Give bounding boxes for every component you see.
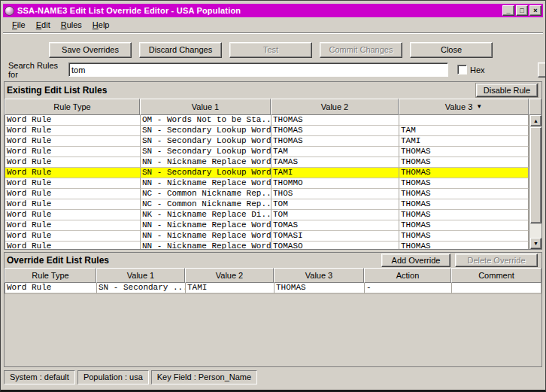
menu-file[interactable]: File: [7, 19, 31, 32]
cell-value2: TOMASI: [271, 231, 399, 242]
existing-rules-header: Existing Edit List Rules Disable Rule: [5, 82, 541, 99]
table-row[interactable]: Word Rule NN - Nickname Replace Word TOM…: [5, 231, 529, 242]
search-input[interactable]: [68, 62, 448, 77]
cell-rule-type: Word Rule: [5, 231, 141, 242]
override-rules-rowlist: Word Rule SN - Secondary ... TAMI THOMAS…: [5, 283, 541, 293]
cell-rule-type: Word Rule: [5, 136, 141, 147]
app-icon: [5, 6, 14, 16]
column-header-value1[interactable]: Value 1: [140, 99, 271, 115]
cell-rule-type: Word Rule: [5, 126, 141, 136]
column-header-value2[interactable]: Value 2: [271, 99, 399, 115]
cell-value1: NK - Nickname Replace Di...: [141, 210, 271, 220]
cell-rule-type: Word Rule: [5, 168, 141, 178]
cell-action: -: [365, 283, 452, 293]
scrollbar-thumb[interactable]: [530, 127, 541, 223]
table-row[interactable]: Word Rule NN - Nickname Replace Word TOM…: [5, 242, 529, 249]
cell-value2: TAMAS: [271, 157, 399, 168]
cell-value3: THOMAS: [399, 242, 529, 249]
disable-rule-button[interactable]: Disable Rule: [476, 84, 538, 97]
vertical-scrollbar[interactable]: ▲ ▼: [529, 115, 541, 249]
discard-changes-button[interactable]: Discard Changes: [139, 42, 222, 58]
ov-column-header-rule-type[interactable]: Rule Type: [5, 268, 96, 283]
cell-value3: THOMAS: [399, 157, 529, 168]
add-override-button[interactable]: Add Override: [381, 254, 450, 267]
minimize-button[interactable]: _: [502, 5, 514, 16]
table-row[interactable]: Word Rule NK - Nickname Replace Di... TO…: [5, 210, 529, 220]
menu-help[interactable]: Help: [87, 19, 115, 32]
table-row[interactable]: Word Rule SN - Secondary Lookup Word THO…: [5, 136, 529, 147]
close-button[interactable]: ×: [529, 5, 541, 16]
table-row[interactable]: Word Rule NN - Nickname Replace Word THO…: [5, 178, 529, 189]
cell-value3: THOMAS: [399, 210, 529, 220]
column-header-rule-type[interactable]: Rule Type: [5, 99, 140, 115]
cell-value2: TAM: [271, 147, 399, 157]
existing-rules-rowlist: Word Rule OM - Words Not to be Sta... TH…: [5, 115, 529, 249]
scroll-down-icon[interactable]: ▼: [530, 238, 541, 249]
cell-value3: TAMI: [399, 136, 529, 147]
cell-rule-type: Word Rule: [5, 199, 141, 210]
cell-value1: SN - Secondary Lookup Word: [141, 136, 271, 147]
cell-value3: THOMAS: [399, 147, 529, 157]
existing-rules-table: Word Rule OM - Words Not to be Sta... TH…: [5, 115, 541, 249]
column-header-value3[interactable]: Value 3 ▼: [399, 99, 529, 115]
table-row[interactable]: Word Rule NN - Nickname Replace Word TOM…: [5, 220, 529, 231]
column-header-filler: [529, 99, 541, 115]
existing-rules-title: Existing Edit List Rules: [7, 85, 475, 96]
cell-value2: THOMAS: [271, 136, 399, 147]
ov-column-header-value1[interactable]: Value 1: [96, 268, 185, 283]
table-row[interactable]: Word Rule SN - Secondary Lookup Word TAM…: [5, 168, 529, 178]
delete-override-button[interactable]: Delete Override: [455, 254, 538, 267]
cell-value1: SN - Secondary Lookup Word: [141, 126, 271, 136]
cell-rule-type: Word Rule: [5, 178, 141, 189]
close-editor-button[interactable]: Close: [410, 42, 493, 58]
hex-checkbox[interactable]: [457, 65, 467, 74]
scroll-up-icon[interactable]: ▲: [530, 115, 541, 126]
menubar: File Edit Rules Help: [2, 17, 544, 32]
cell-value3: THOMAS: [399, 168, 529, 178]
cell-value3: THOMAS: [399, 189, 529, 199]
ov-column-header-action[interactable]: Action: [364, 268, 451, 283]
table-row[interactable]: Word Rule NC - Common Nickname Rep... TH…: [5, 189, 529, 199]
test-button[interactable]: Test: [229, 42, 312, 58]
cell-value2: THOMAS: [271, 126, 399, 136]
cell-value2: THOS: [271, 189, 399, 199]
menu-rules[interactable]: Rules: [56, 19, 87, 32]
cell-value1: NN - Nickname Replace Word: [141, 242, 271, 249]
cell-value1: NC - Common Nickname Rep...: [141, 189, 271, 199]
cell-value3: THOMAS: [399, 178, 529, 189]
ov-column-header-comment[interactable]: Comment: [451, 268, 541, 283]
cell-value3: THOMAS: [275, 283, 365, 293]
ov-column-header-value2[interactable]: Value 2: [185, 268, 274, 283]
titlebar[interactable]: SSA-NAME3 Edit List Override Editor - US…: [3, 4, 543, 17]
table-row[interactable]: Word Rule NN - Nickname Replace Word TAM…: [5, 157, 529, 168]
cell-value1: NN - Nickname Replace Word: [141, 220, 271, 231]
search-button[interactable]: Search: [538, 62, 546, 77]
cell-value1: NN - Nickname Replace Word: [141, 231, 271, 242]
table-row[interactable]: Word Rule SN - Secondary Lookup Word TAM…: [5, 147, 529, 157]
cell-value2: TOMAS: [271, 220, 399, 231]
commit-changes-button[interactable]: Commit Changes: [320, 42, 402, 58]
table-row[interactable]: Word Rule SN - Secondary Lookup Word THO…: [5, 126, 529, 136]
cell-rule-type: Word Rule: [5, 147, 141, 157]
cell-value1: OM - Words Not to be Sta...: [141, 115, 271, 126]
cell-value3: THOMAS: [399, 199, 529, 210]
table-row[interactable]: Word Rule NC - Common Nickname Rep... TO…: [5, 199, 529, 210]
table-row[interactable]: Word Rule SN - Secondary ... TAMI THOMAS…: [5, 283, 541, 293]
table-row[interactable]: Word Rule OM - Words Not to be Sta... TH…: [5, 115, 529, 126]
save-overrides-button[interactable]: Save Overrides: [49, 42, 132, 58]
hex-group: Hex: [457, 65, 530, 74]
window-title: SSA-NAME3 Edit List Override Editor - US…: [17, 6, 502, 15]
cell-comment: [452, 283, 541, 293]
menu-edit[interactable]: Edit: [31, 19, 56, 32]
search-label: Search Rules for: [8, 61, 68, 79]
cell-value1: NN - Nickname Replace Word: [141, 178, 271, 189]
existing-rules-column-headers: Rule Type Value 1 Value 2 Value 3 ▼: [5, 99, 541, 115]
statusbar: System : default Population : usa Key Fi…: [4, 370, 542, 384]
cell-value2: TOM: [271, 210, 399, 220]
cell-rule-type: Word Rule: [5, 220, 141, 231]
cell-value3: TAM: [399, 126, 529, 136]
maximize-button[interactable]: □: [516, 5, 528, 16]
ov-column-header-value3[interactable]: Value 3: [274, 268, 364, 283]
status-key-field: Key Field : Person_Name: [151, 370, 257, 384]
search-row: Search Rules for Hex Search: [2, 61, 544, 78]
